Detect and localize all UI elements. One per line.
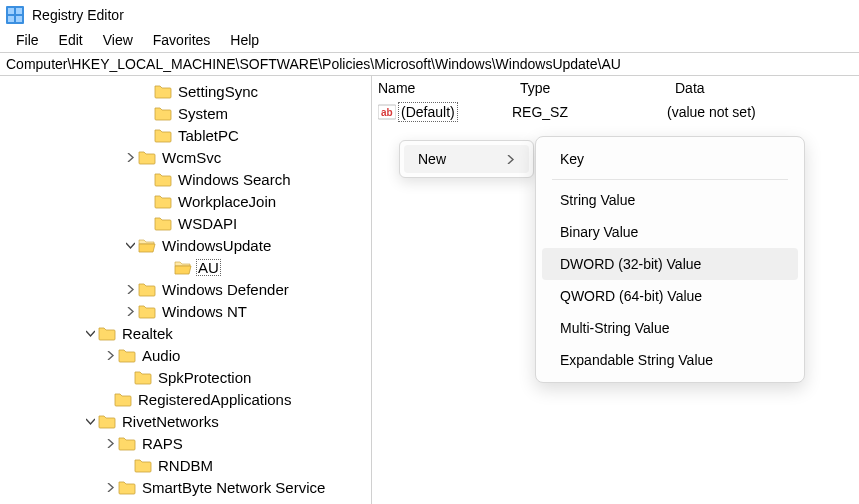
tree-item-au[interactable]: AU	[2, 256, 371, 278]
submenu-key[interactable]: Key	[542, 143, 798, 175]
string-value-icon	[378, 103, 396, 121]
value-data: (value not set)	[667, 104, 859, 120]
window-title: Registry Editor	[32, 7, 124, 23]
address-path: Computer\HKEY_LOCAL_MACHINE\SOFTWARE\Pol…	[6, 56, 621, 72]
menu-view[interactable]: View	[93, 30, 143, 50]
column-name[interactable]: Name	[372, 80, 514, 96]
folder-icon	[98, 324, 116, 342]
column-data[interactable]: Data	[669, 80, 859, 96]
tree-item-system[interactable]: System	[2, 102, 371, 124]
folder-icon	[118, 346, 136, 364]
tree-pane[interactable]: SettingSync System TabletPC WcmSvc Windo…	[0, 76, 372, 504]
folder-icon	[154, 104, 172, 122]
tree-item-registeredapplications[interactable]: RegisteredApplications	[2, 388, 371, 410]
chevron-right-icon[interactable]	[102, 432, 118, 454]
chevron-down-icon[interactable]	[122, 234, 138, 256]
context-menu: New	[399, 140, 534, 178]
tree-item-tabletpc[interactable]: TabletPC	[2, 124, 371, 146]
folder-open-icon	[174, 258, 192, 276]
tree-item-wsdapi[interactable]: WSDAPI	[2, 212, 371, 234]
tree-item-wcmsvc[interactable]: WcmSvc	[2, 146, 371, 168]
tree-item-workplacejoin[interactable]: WorkplaceJoin	[2, 190, 371, 212]
chevron-right-icon[interactable]	[122, 300, 138, 322]
menu-help[interactable]: Help	[220, 30, 269, 50]
value-name: (Default)	[400, 104, 456, 120]
folder-icon	[114, 390, 132, 408]
tree-item-audio[interactable]: Audio	[2, 344, 371, 366]
panes: SettingSync System TabletPC WcmSvc Windo…	[0, 76, 859, 504]
folder-icon	[154, 126, 172, 144]
context-item-new[interactable]: New	[404, 145, 529, 173]
folder-icon	[134, 368, 152, 386]
submenu-multi-string-value[interactable]: Multi-String Value	[542, 312, 798, 344]
tree-expand-icon	[138, 80, 154, 102]
value-type: REG_SZ	[512, 104, 667, 120]
folder-icon	[154, 82, 172, 100]
menu-favorites[interactable]: Favorites	[143, 30, 221, 50]
chevron-down-icon[interactable]	[82, 322, 98, 344]
folder-icon	[138, 148, 156, 166]
tree-item-windows-defender[interactable]: Windows Defender	[2, 278, 371, 300]
folder-icon	[118, 434, 136, 452]
submenu-expandable-string-value[interactable]: Expandable String Value	[542, 344, 798, 376]
tree-item-windows-search[interactable]: Windows Search	[2, 168, 371, 190]
chevron-right-icon[interactable]	[122, 278, 138, 300]
menu-edit[interactable]: Edit	[49, 30, 93, 50]
tree-item-selected-label: AU	[196, 259, 221, 276]
registry-editor-window: Registry Editor File Edit View Favorites…	[0, 0, 859, 504]
column-type[interactable]: Type	[514, 80, 669, 96]
folder-icon	[138, 302, 156, 320]
tree-item-rndbm[interactable]: RNDBM	[2, 454, 371, 476]
titlebar: Registry Editor	[0, 0, 859, 28]
tree-item-spkprotection[interactable]: SpkProtection	[2, 366, 371, 388]
folder-icon	[154, 170, 172, 188]
values-pane[interactable]: Name Type Data (Default) REG_SZ (value n…	[372, 76, 859, 504]
chevron-right-icon[interactable]	[122, 146, 138, 168]
column-headers: Name Type Data	[372, 76, 859, 100]
menu-separator	[552, 179, 788, 180]
folder-icon	[138, 280, 156, 298]
folder-icon	[154, 192, 172, 210]
folder-icon	[98, 412, 116, 430]
tree-item-windows-nt[interactable]: Windows NT	[2, 300, 371, 322]
tree-item-windowsupdate[interactable]: WindowsUpdate	[2, 234, 371, 256]
tree-item-raps[interactable]: RAPS	[2, 432, 371, 454]
address-bar[interactable]: Computer\HKEY_LOCAL_MACHINE\SOFTWARE\Pol…	[0, 52, 859, 76]
tree-item-rivetnetworks[interactable]: RivetNetworks	[2, 410, 371, 432]
folder-icon	[154, 214, 172, 232]
chevron-down-icon[interactable]	[82, 410, 98, 432]
context-item-label: New	[418, 151, 446, 167]
chevron-right-icon[interactable]	[102, 344, 118, 366]
folder-icon	[118, 478, 136, 496]
submenu-dword-value[interactable]: DWORD (32-bit) Value	[542, 248, 798, 280]
chevron-right-icon	[506, 151, 515, 167]
context-submenu-new: Key String Value Binary Value DWORD (32-…	[535, 136, 805, 383]
value-row-default[interactable]: (Default) REG_SZ (value not set)	[372, 100, 859, 124]
folder-icon	[134, 456, 152, 474]
tree-item-realtek[interactable]: Realtek	[2, 322, 371, 344]
folder-open-icon	[138, 236, 156, 254]
submenu-qword-value[interactable]: QWORD (64-bit) Value	[542, 280, 798, 312]
regedit-app-icon	[6, 6, 24, 24]
submenu-string-value[interactable]: String Value	[542, 184, 798, 216]
tree-item-smartbyte[interactable]: SmartByte Network Service	[2, 476, 371, 498]
tree-item-settingsync[interactable]: SettingSync	[2, 80, 371, 102]
chevron-right-icon[interactable]	[102, 476, 118, 498]
submenu-binary-value[interactable]: Binary Value	[542, 216, 798, 248]
menu-file[interactable]: File	[6, 30, 49, 50]
menubar: File Edit View Favorites Help	[0, 28, 859, 52]
